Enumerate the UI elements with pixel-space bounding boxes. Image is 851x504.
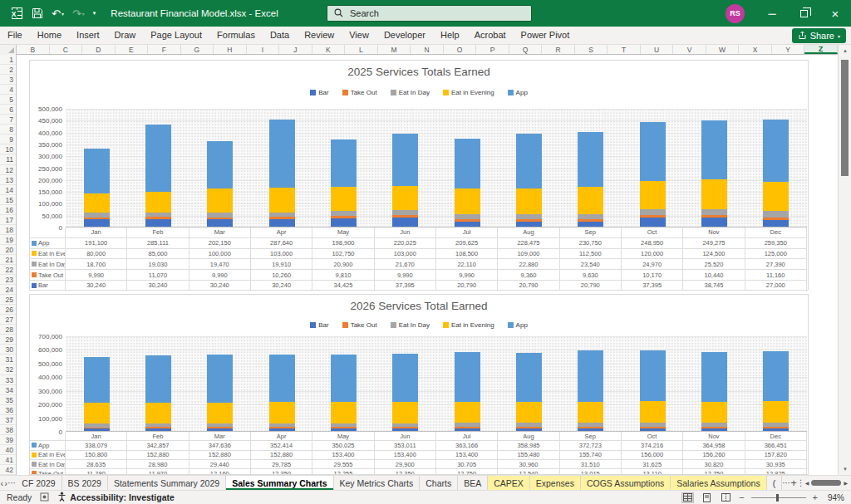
column-header-w[interactable]: W (706, 45, 740, 54)
column-header-r[interactable]: R (542, 45, 575, 54)
column-header-g[interactable]: G (181, 45, 214, 54)
ribbon-tab-data[interactable]: Data (263, 27, 297, 44)
search-input[interactable] (348, 7, 498, 19)
sheet-tab-bs-2029[interactable]: BS 2029 (62, 476, 108, 490)
user-avatar[interactable]: RS (726, 4, 745, 23)
row-header-2[interactable]: 2 (0, 65, 16, 75)
sheet-nav-more-icon[interactable]: ⋯ (7, 476, 16, 490)
row-header-34[interactable]: 34 (0, 385, 16, 395)
row-header-4[interactable]: 4 (0, 85, 16, 95)
zoom-level[interactable]: 94% (824, 493, 844, 502)
sheet-tab-charts[interactable]: Charts (420, 476, 458, 490)
sheet-tab-statements-summary-2029[interactable]: Statements Summary 2029 (108, 476, 226, 490)
normal-view-icon[interactable] (681, 492, 694, 503)
column-header-o[interactable]: O (444, 45, 477, 54)
column-header-n[interactable]: N (411, 45, 444, 54)
add-sheet-button[interactable]: + (790, 476, 797, 490)
zoom-in-button[interactable]: + (813, 492, 818, 502)
undo-button[interactable]: ↶▾ (48, 3, 67, 23)
column-header-c[interactable]: C (50, 45, 83, 54)
column-header-p[interactable]: P (476, 45, 509, 54)
column-header-b[interactable]: B (17, 45, 50, 54)
row-header-18[interactable]: 18 (0, 225, 16, 235)
row-header-21[interactable]: 21 (0, 255, 16, 265)
column-header-q[interactable]: Q (509, 45, 543, 54)
sheet-tab-expenses[interactable]: Expenses (530, 476, 581, 490)
row-header-1[interactable]: 1 (0, 55, 16, 65)
sheet-tab-capex[interactable]: CAPEX (488, 476, 530, 490)
row-header-6[interactable]: 6 (0, 105, 16, 115)
save-button[interactable] (28, 3, 47, 23)
row-header-35[interactable]: 35 (0, 395, 16, 405)
ribbon-tab-file[interactable]: File (0, 27, 30, 44)
row-header-11[interactable]: 11 (0, 154, 16, 164)
column-header-h[interactable]: H (214, 45, 247, 54)
row-header-40[interactable]: 40 (0, 445, 16, 455)
row-header-32[interactable]: 32 (0, 365, 16, 374)
row-header-7[interactable]: 7 (0, 115, 16, 125)
sheet-tab-cogs-assumptions[interactable]: COGS Assumptions (581, 476, 671, 490)
zoom-slider[interactable] (751, 497, 806, 498)
sheet-tab-cf-2029[interactable]: CF 2029 (16, 476, 61, 490)
horizontal-scroll-thumb[interactable] (811, 480, 841, 486)
column-header-k[interactable]: K (312, 45, 346, 54)
column-header-d[interactable]: D (82, 45, 116, 54)
ribbon-tab-help[interactable]: Help (433, 27, 467, 44)
column-header-e[interactable]: E (116, 45, 149, 54)
row-header-42[interactable]: 42 (0, 465, 16, 475)
zoom-out-button[interactable]: − (739, 492, 744, 502)
restore-button[interactable] (788, 0, 819, 27)
excel-app-icon[interactable]: X (7, 3, 27, 23)
redo-button[interactable]: ↷▾ (69, 3, 88, 23)
row-header-37[interactable]: 37 (0, 415, 16, 425)
vertical-scrollbar[interactable]: ▲ ▼ (838, 45, 851, 475)
sheet-tab-bea[interactable]: BEA (458, 476, 488, 490)
row-header-38[interactable]: 38 (0, 425, 16, 435)
row-header-16[interactable]: 16 (0, 205, 16, 215)
column-header-u[interactable]: U (641, 45, 674, 54)
page-break-preview-icon[interactable] (720, 492, 732, 503)
row-header-8[interactable]: 8 (0, 125, 16, 135)
row-header-14[interactable]: 14 (0, 185, 16, 195)
column-header-y[interactable]: Y (772, 45, 805, 54)
ribbon-tab-insert[interactable]: Insert (69, 27, 107, 44)
row-header-5[interactable]: 5 (0, 95, 16, 105)
vertical-scroll-thumb[interactable] (841, 60, 849, 176)
page-layout-view-icon[interactable] (701, 492, 713, 503)
row-header-3[interactable]: 3 (0, 75, 16, 85)
row-header-9[interactable]: 9 (0, 135, 16, 144)
ribbon-tab-acrobat[interactable]: Acrobat (467, 27, 514, 44)
column-header-f[interactable]: F (148, 45, 181, 54)
sheet-tab-blank[interactable]: ( (767, 476, 783, 490)
row-header-31[interactable]: 31 (0, 355, 16, 365)
horizontal-scrollbar[interactable]: ◀ ▶ (805, 476, 851, 490)
sheet-tab-key-metrics-charts[interactable]: Key Metrics Charts (334, 476, 421, 490)
row-header-15[interactable]: 15 (0, 195, 16, 205)
row-header-36[interactable]: 36 (0, 405, 16, 415)
tab-splitter-handle[interactable]: ⋮ (797, 476, 805, 490)
row-header-17[interactable]: 17 (0, 215, 16, 225)
share-button[interactable]: Share ▾ (792, 28, 846, 43)
sheet-tab-salaries-assumptions[interactable]: Salaries Assumptions (671, 476, 766, 490)
macro-record-icon[interactable] (40, 492, 49, 503)
more-sheets-icon[interactable]: ⋯ (782, 476, 790, 490)
column-header-z[interactable]: Z (804, 45, 838, 54)
row-header-26[interactable]: 26 (0, 305, 16, 315)
ribbon-tab-power-pivot[interactable]: Power Pivot (514, 27, 578, 44)
column-header-j[interactable]: J (279, 45, 312, 54)
row-header-25[interactable]: 25 (0, 295, 16, 305)
row-header-10[interactable]: 10 (0, 144, 16, 154)
search-box[interactable] (327, 5, 532, 22)
column-header-t[interactable]: T (608, 45, 641, 54)
ribbon-tab-developer[interactable]: Developer (376, 27, 433, 44)
scroll-up-icon[interactable]: ▲ (839, 45, 851, 56)
row-header-23[interactable]: 23 (0, 275, 16, 285)
column-header-s[interactable]: S (575, 45, 608, 54)
minimize-button[interactable]: ─ (756, 0, 788, 27)
select-all-corner[interactable] (0, 45, 17, 55)
scroll-left-icon[interactable]: ◀ (805, 480, 809, 486)
row-header-28[interactable]: 28 (0, 325, 16, 335)
column-header-v[interactable]: V (673, 45, 706, 54)
ribbon-tab-formulas[interactable]: Formulas (209, 27, 263, 44)
ribbon-tab-page-layout[interactable]: Page Layout (143, 27, 209, 44)
